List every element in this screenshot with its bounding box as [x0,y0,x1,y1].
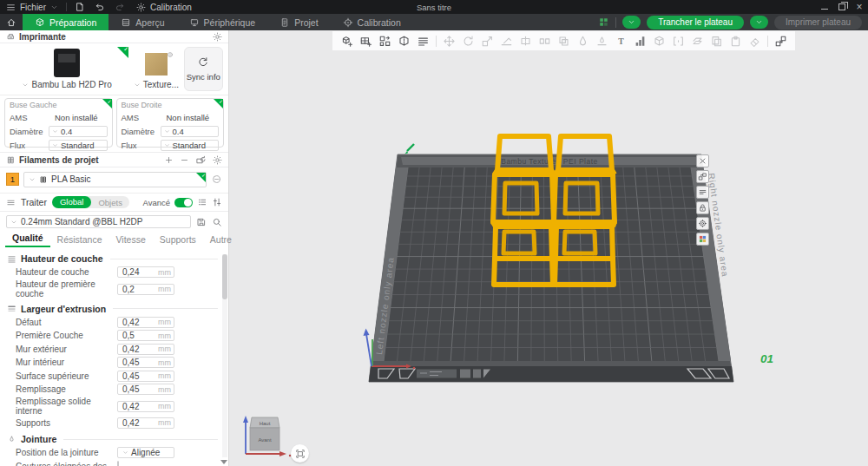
process-preset-select[interactable]: 0.24mm Standard @BBL H2DP [6,215,191,228]
process-tab[interactable]: Résistance [50,234,109,247]
scrollbar-thumb[interactable] [222,254,227,299]
copy-button[interactable] [707,33,726,49]
plates-grid-icon[interactable] [598,16,609,28]
hamburger-icon[interactable] [6,3,16,12]
calibration-menu[interactable]: Calibration [150,3,192,12]
setting-input[interactable]: 0,42mm [117,344,174,355]
setting-input[interactable]: 0,24mm [117,266,174,278]
tab-device[interactable]: Périphérique [177,14,268,30]
build-plate[interactable]: Bambu Textured PEI Plate Left nozzle onl… [364,144,774,382]
advanced-toggle[interactable] [174,198,193,207]
calibration-gear-icon[interactable] [136,3,146,12]
plate-plate-settings-button[interactable] [696,217,709,230]
flow-select[interactable]: Standard [49,140,108,151]
sync-info-button[interactable]: Sync info [184,47,223,91]
scope-switch[interactable]: Global Objets [52,196,129,208]
add-plate-button[interactable] [357,33,375,49]
variable-layer-height-button[interactable] [631,33,649,49]
split-parts-button[interactable] [555,33,573,49]
new-project-icon[interactable] [75,2,85,12]
plate-plate-name-button[interactable] [696,186,709,199]
list-icon[interactable] [197,197,207,207]
setting-input[interactable]: 0,5mm [117,330,174,341]
plate-type-selector[interactable]: Texture... [133,47,179,91]
rotate-button[interactable] [459,33,477,49]
setting-checkbox[interactable] [117,461,119,466]
seam-paint-button[interactable] [593,33,611,49]
auto-arrange-button[interactable] [376,33,394,49]
layers-view-button[interactable] [414,33,432,49]
setting-input[interactable]: 0,42mm [117,417,174,429]
search-icon[interactable] [212,217,222,227]
diameter-select[interactable]: 0.4 [49,126,108,137]
file-menu[interactable]: Fichier [20,3,46,12]
add-object-button[interactable] [338,33,356,49]
scope-global[interactable]: Global [52,196,91,208]
assembly-view-button[interactable] [772,33,790,49]
setting-input[interactable]: 0,45mm [117,371,174,382]
cut-button[interactable] [516,33,535,49]
sync-filament-icon[interactable] [195,154,207,166]
navigation-cube[interactable]: Haut Avant [241,410,293,463]
diameter-select[interactable]: 0.4 [161,126,220,137]
slice-plate-button[interactable]: Trancher le plateau [647,16,744,30]
filaments-panel-header: Filaments de projet [0,153,228,167]
flow-select[interactable]: Standard [161,140,220,151]
tune-icon[interactable] [212,197,222,207]
print-plate-button[interactable]: Imprimer plateau [774,16,862,30]
scroll-down-arrow-icon[interactable] [220,460,227,464]
setting-input[interactable]: 0,42mm [117,317,174,328]
tab-preparation[interactable]: Préparation [23,14,108,30]
process-tab[interactable]: Vitesse [109,234,153,247]
paint-button[interactable] [574,33,592,49]
minimize-button[interactable] [816,0,833,14]
setting-input[interactable]: 0,45mm [117,384,174,395]
filament-edit-icon[interactable] [211,174,222,185]
scale-button[interactable] [478,33,496,49]
printer-selector[interactable]: Bambu Lab H2D Pro [5,47,128,91]
paste-button[interactable] [727,33,745,49]
plate-edit-pencil-icon[interactable] [404,144,414,154]
viewport-3d[interactable]: Bambu Textured PEI Plate Left nozzle onl… [229,30,868,466]
mesh-boolean-button[interactable] [650,33,668,49]
printer-settings-gear-icon[interactable] [213,32,222,42]
erase-button[interactable] [746,33,764,49]
setting-input[interactable]: 0,42mm [117,401,174,412]
scope-objects[interactable]: Objets [91,198,128,207]
sketch-button[interactable] [688,33,707,49]
filament-settings-gear-icon[interactable] [213,155,222,165]
tab-preview[interactable]: Aperçu [108,14,176,30]
setting-select[interactable]: Alignée [117,447,174,458]
home-button[interactable] [0,14,23,30]
remove-filament-icon[interactable] [180,155,189,165]
plate-plate-color-button[interactable] [696,233,709,246]
sidebar-scrollbar[interactable] [222,254,227,457]
setting-input[interactable]: 0,2mm [117,284,174,295]
print-options-button[interactable] [750,16,768,29]
text-button[interactable]: T [612,33,630,49]
process-tab[interactable]: Qualité [5,233,50,247]
plate-lock-button[interactable] [696,201,709,214]
add-filament-icon[interactable] [164,155,174,165]
lay-flat-button[interactable] [497,33,516,49]
plate-arrange-plate-button[interactable] [696,170,709,183]
scene-3d[interactable]: Bambu Textured PEI Plate Left nozzle onl… [229,30,868,466]
fit-view-button[interactable] [291,444,309,463]
slice-options-button[interactable] [622,16,641,29]
move-button[interactable] [440,33,458,49]
split-objects-button[interactable] [536,33,554,49]
filament-select[interactable]: PLA Basic [23,172,207,187]
setting-input[interactable]: 0,45mm [117,357,174,368]
measure-button[interactable] [669,33,687,49]
undo-icon[interactable] [95,2,105,12]
tab-calibration[interactable]: Calibration [331,14,413,30]
chevron-down-icon[interactable] [50,3,58,11]
close-button[interactable]: × [851,0,868,14]
process-tab[interactable]: Supports [153,234,203,247]
setting-label: Défaut [16,318,117,328]
split-model-button[interactable] [395,33,413,49]
save-preset-icon[interactable] [196,217,207,227]
plate-close-button[interactable] [696,154,709,167]
restore-button[interactable] [833,0,851,14]
tab-project[interactable]: Projet [267,14,330,30]
